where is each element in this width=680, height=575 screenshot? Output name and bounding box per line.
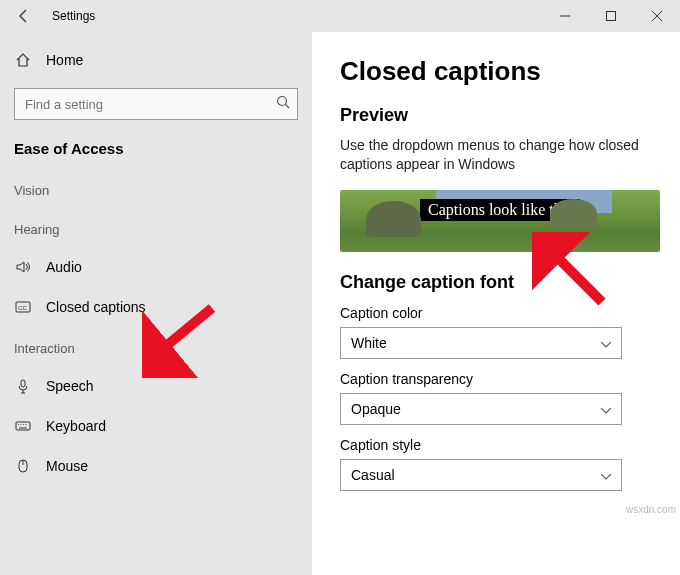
sidebar-item-keyboard[interactable]: Keyboard — [0, 406, 312, 446]
caption-preview: Captions look like this — [340, 190, 660, 252]
dropdown-value: White — [351, 335, 387, 351]
maximize-button[interactable] — [588, 0, 634, 32]
sidebar: Home Ease of Access Vision Hearing Audio… — [0, 32, 312, 575]
window-title: Settings — [52, 9, 95, 23]
svg-point-12 — [26, 424, 27, 425]
chevron-down-icon — [601, 467, 611, 483]
chevron-down-icon — [601, 401, 611, 417]
caption-transparency-dropdown[interactable]: Opaque — [340, 393, 622, 425]
close-icon — [652, 11, 662, 21]
preview-heading: Preview — [340, 105, 652, 126]
group-hearing-label: Hearing — [0, 208, 312, 247]
cc-icon: CC — [14, 299, 32, 315]
back-button[interactable] — [0, 0, 48, 32]
caption-color-label: Caption color — [340, 305, 652, 321]
watermark: wsxdn.com — [626, 504, 676, 515]
group-vision-label: Vision — [0, 169, 312, 208]
svg-line-3 — [286, 105, 290, 109]
sidebar-item-audio[interactable]: Audio — [0, 247, 312, 287]
svg-point-2 — [278, 97, 287, 106]
svg-point-10 — [21, 424, 22, 425]
preview-description: Use the dropdown menus to change how clo… — [340, 136, 652, 174]
page-title: Closed captions — [340, 56, 652, 87]
search-input[interactable] — [14, 88, 298, 120]
sidebar-item-label: Audio — [46, 259, 82, 275]
svg-text:CC: CC — [18, 305, 27, 311]
caption-transparency-label: Caption transparency — [340, 371, 652, 387]
home-label: Home — [46, 52, 83, 68]
sidebar-item-speech[interactable]: Speech — [0, 366, 312, 406]
svg-rect-1 — [607, 12, 616, 21]
sidebar-item-mouse[interactable]: Mouse — [0, 446, 312, 486]
group-interaction-label: Interaction — [0, 327, 312, 366]
sidebar-item-closed-captions[interactable]: CC Closed captions — [0, 287, 312, 327]
caption-style-label: Caption style — [340, 437, 652, 453]
mouse-icon — [14, 458, 32, 474]
svg-point-11 — [23, 424, 24, 425]
home-nav[interactable]: Home — [0, 40, 312, 80]
close-button[interactable] — [634, 0, 680, 32]
caption-color-dropdown[interactable]: White — [340, 327, 622, 359]
dropdown-value: Casual — [351, 467, 395, 483]
content-pane: Closed captions Preview Use the dropdown… — [312, 32, 680, 575]
sidebar-item-label: Mouse — [46, 458, 88, 474]
minimize-icon — [560, 11, 570, 21]
home-icon — [14, 52, 32, 68]
svg-rect-7 — [16, 422, 30, 430]
maximize-icon — [606, 11, 616, 21]
dropdown-value: Opaque — [351, 401, 401, 417]
sidebar-item-label: Closed captions — [46, 299, 146, 315]
search-icon — [276, 95, 290, 113]
chevron-down-icon — [601, 335, 611, 351]
microphone-icon — [14, 378, 32, 394]
caption-sample-text: Captions look like this — [420, 199, 580, 221]
arrow-left-icon — [16, 8, 32, 24]
titlebar: Settings — [0, 0, 680, 32]
svg-point-9 — [18, 424, 19, 425]
sidebar-item-label: Speech — [46, 378, 93, 394]
svg-rect-6 — [21, 380, 25, 387]
speaker-icon — [14, 259, 32, 275]
font-section-heading: Change caption font — [340, 272, 652, 293]
sidebar-item-label: Keyboard — [46, 418, 106, 434]
minimize-button[interactable] — [542, 0, 588, 32]
sidebar-section-title: Ease of Access — [0, 134, 312, 169]
keyboard-icon — [14, 418, 32, 434]
caption-style-dropdown[interactable]: Casual — [340, 459, 622, 491]
